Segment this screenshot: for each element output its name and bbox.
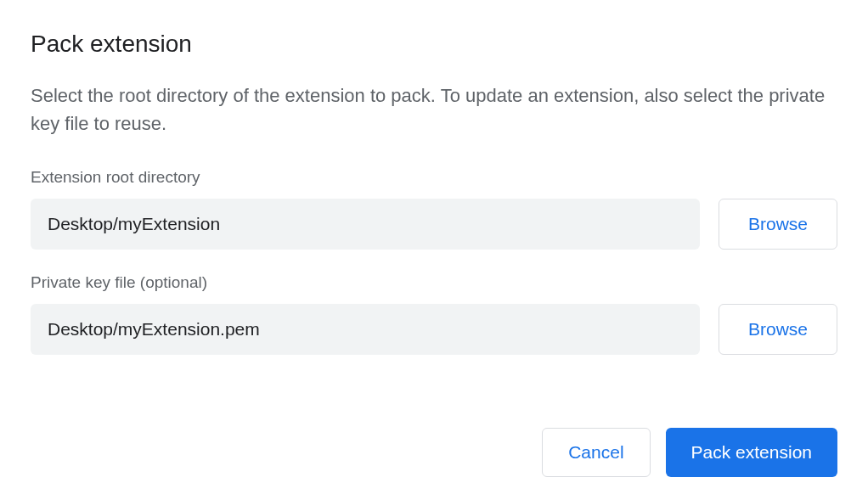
dialog-actions: Cancel Pack extension — [542, 428, 837, 477]
dialog-title: Pack extension — [31, 31, 837, 58]
root-directory-group: Extension root directory Browse — [31, 168, 837, 250]
private-key-group: Private key file (optional) Browse — [31, 273, 837, 355]
pack-extension-button[interactable]: Pack extension — [666, 428, 837, 477]
root-directory-label: Extension root directory — [31, 168, 837, 187]
root-directory-browse-button[interactable]: Browse — [719, 199, 837, 250]
private-key-input[interactable] — [31, 304, 700, 355]
dialog-description: Select the root directory of the extensi… — [31, 81, 837, 138]
private-key-label: Private key file (optional) — [31, 273, 837, 292]
private-key-browse-button[interactable]: Browse — [719, 304, 837, 355]
root-directory-row: Browse — [31, 199, 837, 250]
cancel-button[interactable]: Cancel — [542, 428, 650, 477]
private-key-row: Browse — [31, 304, 837, 355]
root-directory-input[interactable] — [31, 199, 700, 250]
